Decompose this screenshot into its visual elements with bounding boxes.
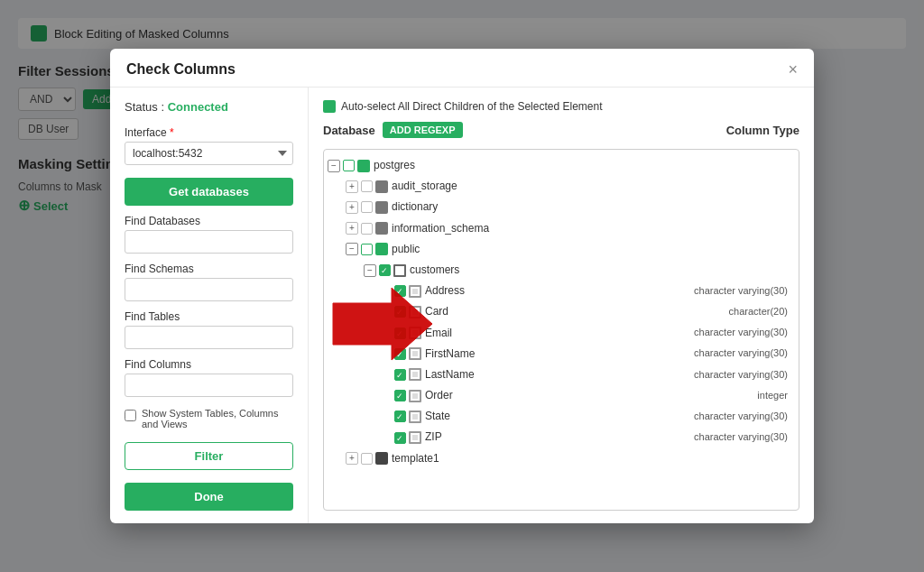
check-dictionary[interactable] [361,201,373,213]
tree-label-email: Email [425,325,452,342]
check-state[interactable] [394,411,406,422]
col-type-state: character varying(30) [694,409,795,425]
find-tables-input[interactable] [125,326,293,349]
check-public[interactable] [361,244,373,255]
col-type-email: character varying(30) [694,325,795,341]
table-icon [393,264,406,277]
tree-label-public: public [392,241,420,258]
show-system-row: Show System Tables, Columns and Views [125,408,293,429]
expand-customers[interactable]: − [364,264,376,277]
check-information-schema[interactable] [361,223,373,235]
tree-label-card: Card [425,303,448,320]
close-button[interactable]: × [788,61,798,78]
tree-container: − postgres + audit_storage + [323,149,799,511]
database-col-label: Database [323,124,375,137]
tree-label-zip: ZIP [425,429,442,446]
check-customers[interactable] [379,264,391,276]
check-postgres[interactable] [343,160,355,171]
check-audit-storage[interactable] [361,180,373,192]
tree-label-information-schema: information_schema [392,220,489,237]
expand-dictionary[interactable]: + [346,201,358,214]
tree-label-dictionary: dictionary [392,198,438,216]
tree-label-order: Order [425,387,453,404]
tree-label-firstname: FirstName [425,346,475,363]
tree-row: Card character(20) [328,301,795,322]
tree-label-address: Address [425,282,465,300]
col-type-address: character varying(30) [694,283,795,300]
check-template1[interactable] [361,453,373,465]
tree-row: − customers [328,260,795,281]
find-schemas-label: Find Schemas [125,263,293,275]
tree-label-template1: template1 [392,450,439,467]
tree-row: ZIP character varying(30) [328,427,795,447]
find-tables-field: Find Tables [125,310,293,349]
col-icon [409,368,421,381]
find-databases-field: Find Databases [125,215,293,254]
check-firstname[interactable] [394,348,406,360]
modal-title: Check Columns [126,61,236,78]
required-star: * [170,126,174,139]
find-tables-label: Find Tables [125,310,293,323]
col-type-order: integer [757,388,795,404]
find-schemas-input[interactable] [125,278,293,301]
find-databases-input[interactable] [125,230,293,254]
col-icon [409,306,421,318]
find-columns-input[interactable] [125,374,293,397]
status-value: Connected [168,100,228,114]
autoselect-row: Auto-select All Direct Children of the S… [323,100,799,113]
tree-label-lastname: LastName [425,366,475,383]
expand-template1[interactable]: + [346,452,358,465]
column-type-label: Column Type [726,124,799,137]
tree-row: − postgres [328,155,795,176]
add-regexp-button[interactable]: ADD REGEXP [383,122,463,138]
col-icon [409,390,421,402]
tree-row: + template1 [328,448,795,469]
col-icon [409,347,421,360]
interface-select[interactable]: localhost:5432 [125,142,293,165]
col-icon [409,285,421,298]
tree-row: Address character varying(30) [328,281,795,301]
modal-overlay: Check Columns × Status : Connected Inter… [0,0,924,572]
schema-icon [375,201,388,214]
show-system-checkbox[interactable] [125,410,136,421]
schema-icon [375,180,388,193]
tree-row: + audit_storage [328,176,795,197]
tree-row: Order integer [328,385,795,406]
table-header: Database ADD REGEXP Column Type [323,122,799,143]
col-icon [409,431,421,444]
schema-icon [375,222,388,235]
check-address[interactable] [394,285,406,297]
tree-row: − public [328,239,795,260]
col-type-firstname: character varying(30) [694,346,795,362]
find-schemas-field: Find Schemas [125,263,293,301]
get-databases-button[interactable]: Get databases [125,178,293,206]
filter-button[interactable]: Filter [125,442,293,470]
autoselect-icon [323,100,336,113]
interface-field: Interface * localhost:5432 [125,126,293,165]
expand-public[interactable]: − [346,243,358,255]
find-columns-field: Find Columns [125,358,293,397]
col-icon [409,411,421,423]
status-row: Status : Connected [125,100,293,114]
tree-row: Email character varying(30) [328,323,795,344]
expand-postgres[interactable]: − [328,160,340,172]
check-order[interactable] [394,390,406,401]
find-databases-label: Find Databases [125,215,293,227]
tree-label-audit-storage: audit_storage [392,178,457,195]
db-icon [375,243,388,255]
expand-audit-storage[interactable]: + [346,180,358,193]
col-type-zip: character varying(30) [694,429,795,446]
tree-row: LastName character varying(30) [328,364,795,385]
check-lastname[interactable] [394,369,406,381]
done-button[interactable]: Done [125,483,293,511]
check-email[interactable] [394,328,406,339]
expand-information-schema[interactable]: + [346,222,358,235]
col-icon [409,327,421,339]
tree-label-postgres: postgres [374,157,415,174]
modal-body: Status : Connected Interface * localhost… [110,88,814,523]
db-icon [357,160,370,172]
col-type-card: character(20) [729,304,795,320]
schema-icon [375,452,388,465]
check-card[interactable] [394,306,406,318]
check-zip[interactable] [394,432,406,444]
